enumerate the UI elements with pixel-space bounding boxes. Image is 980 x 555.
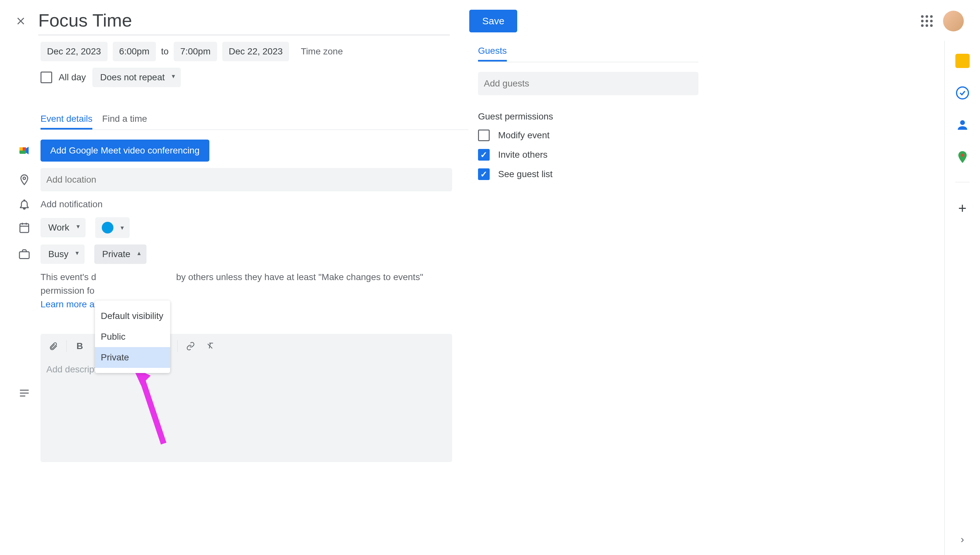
description-icon (18, 387, 31, 399)
invite-others-checkbox[interactable] (478, 149, 490, 160)
modify-event-label: Modify event (498, 130, 550, 141)
repeat-select[interactable]: Does not repeat (92, 68, 181, 87)
color-select[interactable] (95, 217, 130, 238)
location-icon (18, 173, 31, 186)
svg-rect-2 (20, 224, 29, 233)
start-time-chip[interactable]: 6:00pm (113, 42, 156, 61)
add-guests-input[interactable] (478, 72, 698, 95)
see-guest-list-checkbox[interactable] (478, 168, 490, 180)
end-date-chip[interactable]: Dec 22, 2023 (222, 42, 290, 61)
availability-select[interactable]: Busy (40, 244, 85, 264)
add-meet-button[interactable]: Add Google Meet video conferencing (40, 140, 209, 162)
visibility-option-private[interactable]: Private (95, 347, 170, 368)
contacts-icon[interactable] (955, 118, 970, 132)
event-title-input[interactable] (38, 6, 450, 35)
side-panel: + › (945, 41, 980, 555)
description-textarea[interactable]: Add description (40, 358, 452, 462)
clear-format-icon[interactable] (204, 340, 216, 353)
see-guest-list-label: See guest list (498, 169, 552, 180)
svg-line-23 (141, 375, 164, 444)
visibility-select[interactable]: Private (94, 244, 146, 264)
notification-icon (18, 198, 31, 211)
attach-icon[interactable] (47, 340, 60, 353)
tasks-icon[interactable] (955, 86, 970, 100)
svg-point-1 (23, 177, 26, 180)
tab-guests[interactable]: Guests (478, 42, 507, 61)
visibility-dropdown: Default visibility Public Private (95, 300, 170, 373)
svg-point-27 (961, 154, 964, 157)
timezone-link[interactable]: Time zone (301, 46, 343, 57)
close-icon (15, 15, 27, 27)
calendar-select[interactable]: Work (40, 218, 85, 237)
keep-icon[interactable] (955, 54, 970, 68)
visibility-option-public[interactable]: Public (95, 326, 170, 347)
tab-find-a-time[interactable]: Find a time (102, 110, 147, 130)
calendar-icon (18, 221, 31, 234)
modify-event-checkbox[interactable] (478, 130, 490, 141)
link-icon[interactable] (184, 340, 197, 353)
collapse-panel-button[interactable]: › (961, 533, 964, 545)
google-apps-icon[interactable] (917, 11, 937, 31)
color-dot (102, 222, 113, 233)
start-date-chip[interactable]: Dec 22, 2023 (40, 42, 108, 61)
to-label: to (161, 46, 169, 57)
guest-permissions-title: Guest permissions (478, 111, 698, 122)
add-addon-button[interactable]: + (958, 200, 967, 216)
meet-icon (18, 144, 31, 157)
maps-icon[interactable] (955, 150, 970, 164)
svg-point-26 (960, 120, 965, 125)
visibility-option-default[interactable]: Default visibility (95, 306, 170, 326)
svg-point-25 (956, 87, 968, 99)
invite-others-label: Invite others (498, 149, 548, 160)
tab-event-details[interactable]: Event details (40, 110, 92, 130)
briefcase-icon (18, 248, 31, 261)
account-avatar[interactable] (943, 11, 964, 31)
add-notification-button[interactable]: Add notification (40, 199, 102, 210)
bold-icon[interactable]: B (73, 340, 86, 353)
allday-checkbox[interactable] (40, 72, 52, 83)
annotation-arrow (131, 366, 170, 450)
end-time-chip[interactable]: 7:00pm (174, 42, 217, 61)
allday-label: All day (59, 72, 86, 83)
close-button[interactable] (13, 13, 29, 29)
save-button[interactable]: Save (469, 10, 517, 32)
svg-rect-6 (19, 252, 29, 259)
location-input[interactable] (40, 168, 452, 191)
learn-more-link[interactable]: Learn more a (40, 299, 95, 309)
